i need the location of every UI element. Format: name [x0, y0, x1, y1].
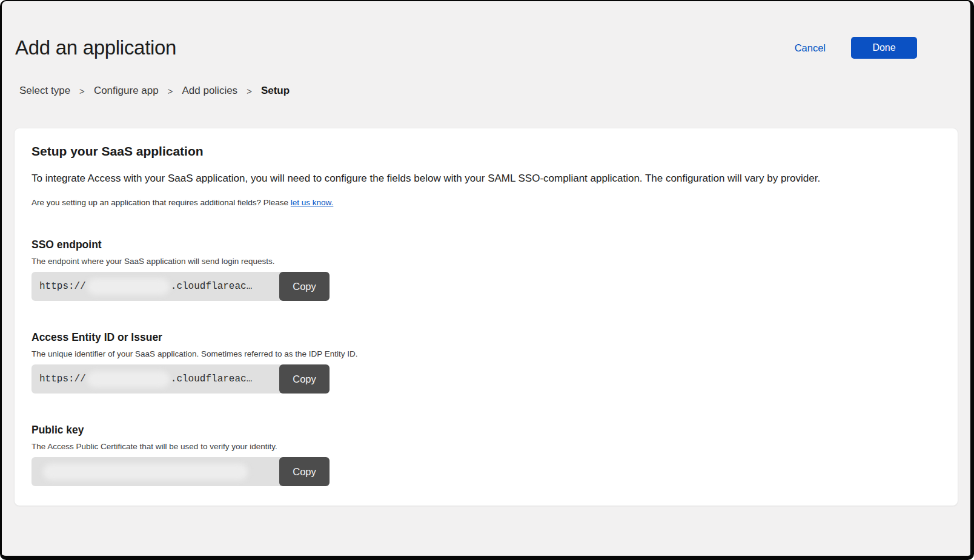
breadcrumb: Select type > Configure app > Add polici…: [19, 85, 958, 97]
value-prefix: https://: [39, 281, 86, 292]
section-access-entity-id: Access Entity ID or Issuer The unique id…: [31, 331, 939, 394]
section-title: SSO endpoint: [31, 239, 939, 251]
section-description: The Access Public Certificate that will …: [31, 442, 939, 451]
section-sso-endpoint: SSO endpoint The endpoint where your Saa…: [31, 239, 939, 301]
copy-button[interactable]: Copy: [279, 457, 330, 486]
page-title: Add an application: [15, 36, 176, 59]
copy-button[interactable]: Copy: [279, 272, 330, 301]
let-us-know-link[interactable]: let us know.: [291, 198, 334, 207]
done-button[interactable]: Done: [851, 37, 917, 59]
value-suffix: .cloudflareac…: [171, 281, 252, 292]
sso-endpoint-value: https:// .cloudflareac…: [31, 272, 280, 301]
redacted-value: [87, 371, 170, 387]
redacted-value: [43, 464, 248, 480]
section-description: The unique identifier of your SaaS appli…: [31, 349, 939, 358]
card-title: Setup your SaaS application: [31, 144, 939, 159]
setup-card: Setup your SaaS application To integrate…: [14, 128, 958, 506]
note-text: Are you setting up an application that r…: [31, 198, 291, 207]
breadcrumb-item-configure-app[interactable]: Configure app: [94, 85, 159, 97]
breadcrumb-separator: >: [168, 86, 173, 96]
breadcrumb-item-add-policies[interactable]: Add policies: [182, 85, 237, 97]
card-description: To integrate Access with your SaaS appli…: [31, 173, 939, 185]
copy-button[interactable]: Copy: [279, 364, 330, 394]
breadcrumb-separator: >: [79, 86, 85, 96]
page: Add an application Cancel Done Select ty…: [2, 1, 970, 506]
access-entity-id-value: https:// .cloudflareac…: [31, 364, 280, 394]
public-key-field: Copy: [31, 457, 330, 486]
additional-fields-note: Are you setting up an application that r…: [31, 198, 939, 207]
value-prefix: https://: [39, 374, 86, 384]
public-key-value: [31, 457, 280, 486]
sso-endpoint-field: https:// .cloudflareac… Copy: [31, 272, 330, 301]
breadcrumb-item-setup[interactable]: Setup: [261, 85, 290, 97]
value-suffix: .cloudflareac…: [171, 374, 252, 384]
section-title: Public key: [31, 424, 939, 436]
section-title: Access Entity ID or Issuer: [31, 331, 939, 344]
access-entity-id-field: https:// .cloudflareac… Copy: [31, 364, 330, 394]
section-public-key: Public key The Access Public Certificate…: [31, 424, 939, 486]
window-frame: Add an application Cancel Done Select ty…: [0, 0, 974, 560]
breadcrumb-separator: >: [247, 86, 252, 96]
breadcrumb-item-select-type[interactable]: Select type: [19, 85, 70, 97]
header-actions: Cancel Done: [795, 37, 917, 59]
redacted-value: [87, 278, 170, 295]
page-header: Add an application Cancel Done: [14, 1, 958, 59]
cancel-button[interactable]: Cancel: [795, 42, 826, 54]
section-description: The endpoint where your SaaS application…: [31, 257, 939, 266]
